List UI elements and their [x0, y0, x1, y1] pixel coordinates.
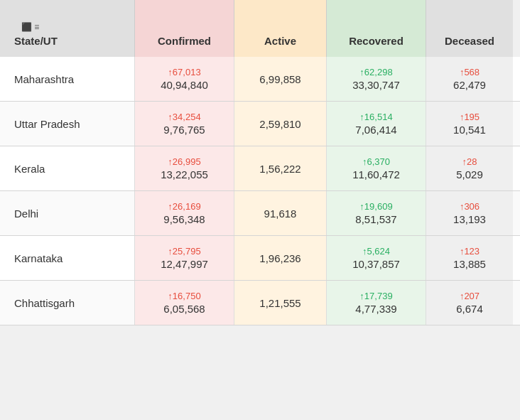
state-cell: Kerala [0, 146, 135, 190]
recovered-cell: ↑62,298 33,30,747 [327, 57, 426, 101]
deceased-total: 13,885 [453, 258, 486, 270]
state-name: Chhattisgarh [14, 297, 75, 309]
active-total: 1,21,555 [259, 297, 300, 309]
state-cell: Chhattisgarh [0, 281, 135, 325]
table-row: Kerala ↑26,995 13,22,055 1,56,222 ↑6,370… [0, 146, 520, 191]
confirmed-delta: ↑26,995 [168, 156, 200, 167]
deceased-delta: ↑195 [460, 112, 480, 122]
recovered-cell: ↑5,624 10,37,857 [327, 236, 426, 280]
header-confirmed: Confirmed [135, 0, 234, 57]
deceased-cell: ↑568 62,479 [426, 57, 513, 101]
table-row: Delhi ↑26,169 9,56,348 91,618 ↑19,609 8,… [0, 191, 520, 236]
recovered-cell: ↑17,739 4,77,339 [327, 281, 426, 325]
recovered-cell: ↑19,609 8,51,537 [327, 191, 426, 235]
active-cell: 2,59,810 [234, 102, 327, 146]
deceased-cell: ↑123 13,885 [426, 236, 513, 280]
state-cell: Delhi [0, 191, 135, 235]
recovered-total: 10,37,857 [352, 258, 400, 270]
deceased-column-label: Deceased [445, 35, 494, 47]
active-total: 2,59,810 [259, 118, 300, 130]
deceased-total: 62,479 [453, 79, 486, 91]
confirmed-cell: ↑25,795 12,47,997 [135, 236, 234, 280]
state-name: Delhi [14, 208, 38, 220]
active-total: 1,56,222 [259, 163, 300, 175]
confirmed-delta: ↑26,169 [168, 201, 200, 212]
header-state: ⬛ ≡ State/UT [0, 0, 135, 57]
confirmed-delta: ↑16,750 [168, 291, 200, 301]
recovered-delta: ↑17,739 [359, 291, 392, 301]
deceased-cell: ↑207 6,674 [426, 281, 513, 325]
confirmed-delta: ↑67,013 [168, 67, 200, 77]
confirmed-total: 40,94,840 [161, 79, 208, 91]
confirmed-total: 12,47,997 [161, 258, 208, 270]
header-active: Active [234, 0, 327, 57]
state-name: Maharashtra [14, 73, 74, 85]
deceased-total: 5,029 [456, 168, 483, 181]
confirmed-cell: ↑16,750 6,05,568 [135, 281, 234, 325]
deceased-cell: ↑28 5,029 [426, 146, 513, 190]
state-name: Uttar Pradesh [14, 118, 80, 130]
confirmed-delta: ↑25,795 [168, 246, 200, 257]
deceased-total: 13,193 [453, 213, 486, 225]
table-header: ⬛ ≡ State/UT Confirmed Active Recovered … [0, 0, 520, 57]
confirmed-column-label: Confirmed [158, 35, 211, 47]
recovered-delta: ↑5,624 [362, 246, 390, 257]
confirmed-total: 9,76,765 [163, 124, 205, 136]
deceased-delta: ↑28 [462, 156, 477, 167]
confirmed-cell: ↑34,254 9,76,765 [135, 102, 234, 146]
state-name: Karnataka [14, 252, 63, 264]
deceased-total: 10,541 [453, 124, 486, 136]
deceased-delta: ↑306 [460, 201, 480, 212]
active-cell: 6,99,858 [234, 57, 327, 101]
deceased-delta: ↑207 [460, 291, 480, 301]
confirmed-total: 6,05,568 [163, 303, 205, 315]
confirmed-total: 9,56,348 [163, 213, 205, 225]
confirmed-cell: ↑26,995 13,22,055 [135, 146, 234, 190]
confirmed-delta: ↑34,254 [168, 112, 200, 122]
recovered-delta: ↑6,370 [362, 156, 390, 167]
recovered-delta: ↑19,609 [359, 201, 392, 212]
covid-table: ⬛ ≡ State/UT Confirmed Active Recovered … [0, 0, 520, 325]
recovered-total: 33,30,747 [352, 79, 400, 91]
state-cell: Maharashtra [0, 57, 135, 101]
active-total: 91,618 [264, 208, 297, 220]
active-column-label: Active [264, 35, 296, 47]
state-cell: Karnataka [0, 236, 135, 280]
recovered-total: 4,77,339 [355, 303, 396, 315]
state-name: Kerala [14, 163, 45, 175]
table-row: Karnataka ↑25,795 12,47,997 1,96,236 ↑5,… [0, 236, 520, 281]
deceased-cell: ↑306 13,193 [426, 191, 513, 235]
confirmed-cell: ↑26,169 9,56,348 [135, 191, 234, 235]
recovered-total: 7,06,414 [355, 124, 396, 136]
deceased-delta: ↑568 [460, 67, 480, 77]
recovered-total: 8,51,537 [355, 213, 396, 225]
table-row: Chhattisgarh ↑16,750 6,05,568 1,21,555 ↑… [0, 281, 520, 325]
recovered-delta: ↑62,298 [359, 67, 392, 77]
state-cell: Uttar Pradesh [0, 102, 135, 146]
active-total: 6,99,858 [259, 73, 300, 85]
filter-icon[interactable]: ⬛ ≡ [14, 22, 39, 32]
deceased-cell: ↑195 10,541 [426, 102, 513, 146]
header-deceased: Deceased [426, 0, 513, 57]
recovered-cell: ↑6,370 11,60,472 [327, 146, 426, 190]
confirmed-cell: ↑67,013 40,94,840 [135, 57, 234, 101]
active-cell: 91,618 [234, 191, 327, 235]
deceased-total: 6,674 [456, 303, 483, 315]
deceased-delta: ↑123 [460, 246, 480, 257]
recovered-delta: ↑16,514 [359, 112, 392, 122]
recovered-column-label: Recovered [349, 35, 403, 47]
table-row: Maharashtra ↑67,013 40,94,840 6,99,858 ↑… [0, 57, 520, 102]
table-row: Uttar Pradesh ↑34,254 9,76,765 2,59,810 … [0, 102, 520, 146]
active-total: 1,96,236 [259, 252, 300, 264]
active-cell: 1,56,222 [234, 146, 327, 190]
confirmed-total: 13,22,055 [161, 168, 208, 181]
recovered-total: 11,60,472 [352, 168, 400, 181]
table-body: Maharashtra ↑67,013 40,94,840 6,99,858 ↑… [0, 57, 520, 325]
state-column-label: State/UT [14, 35, 58, 47]
active-cell: 1,21,555 [234, 281, 327, 325]
recovered-cell: ↑16,514 7,06,414 [327, 102, 426, 146]
active-cell: 1,96,236 [234, 236, 327, 280]
header-recovered: Recovered [327, 0, 426, 57]
